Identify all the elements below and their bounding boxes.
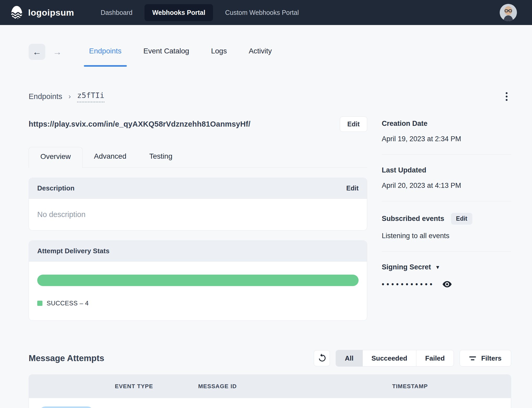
description-card: Description Edit No description: [29, 178, 367, 231]
tab-event-catalog[interactable]: Event Catalog: [133, 42, 200, 67]
tab-advanced[interactable]: Advanced: [83, 147, 138, 168]
chevron-down-icon[interactable]: ▾: [436, 264, 439, 271]
delivery-stats-title: Attempt Delivery Stats: [37, 247, 109, 255]
segment-all[interactable]: All: [336, 350, 362, 366]
chevron-right-icon: ›: [68, 92, 71, 101]
creation-date-value: April 19, 2023 at 2:34 PM: [382, 135, 511, 143]
edit-url-button[interactable]: Edit: [340, 116, 367, 132]
back-icon: ←: [33, 47, 41, 57]
success-swatch: [37, 301, 42, 306]
refresh-icon: [317, 354, 326, 363]
refresh-button[interactable]: [314, 350, 330, 366]
nav-link-custom-webhooks-portal[interactable]: Custom Webhooks Portal: [217, 4, 306, 21]
nav-link-webhooks-portal[interactable]: Webhooks Portal: [145, 4, 213, 21]
signing-secret-row: Signing Secret ▾: [382, 263, 511, 271]
divider: [382, 201, 511, 201]
navbar-links: Dashboard Webhooks Portal Custom Webhook…: [93, 4, 306, 21]
eye-icon[interactable]: [442, 279, 452, 289]
page-content: ← → Endpoints Event Catalog Logs Activit…: [0, 25, 532, 408]
table-row[interactable]: ✓ Succeeded invoice.created msg_2cJyg8l1…: [29, 398, 511, 408]
table-header-row: EVENT TYPE MESSAGE ID TIMESTAMP: [29, 375, 511, 398]
last-updated-value: April 20, 2023 at 4:13 PM: [382, 182, 511, 190]
creation-date-label: Creation Date: [382, 120, 511, 128]
logo-icon: [9, 5, 24, 20]
status-badge: ✓ Succeeded: [39, 406, 93, 408]
filters-button-label: Filters: [481, 354, 502, 362]
description-title: Description: [37, 184, 74, 192]
forward-icon: →: [53, 47, 62, 57]
status-filter-segmented: All Succeeded Failed: [336, 350, 454, 367]
edit-description-button[interactable]: Edit: [346, 184, 359, 192]
breadcrumb-endpoint-id[interactable]: z5fTIi: [77, 91, 104, 102]
attempts-toolbar: All Succeeded Failed Filters: [314, 350, 511, 367]
subscribed-events-value: Listening to all events: [382, 232, 511, 240]
description-card-header: Description Edit: [29, 178, 367, 199]
endpoint-main: https://play.svix.com/in/e_qyAXKQ58rVdzn…: [29, 116, 367, 321]
column-timestamp: TIMESTAMP: [392, 383, 480, 390]
tab-overview[interactable]: Overview: [29, 147, 83, 168]
tab-activity[interactable]: Activity: [238, 42, 283, 67]
message-attempts-header: Message Attempts All Succeeded Failed Fi…: [29, 350, 511, 367]
delivery-stats-card: Attempt Delivery Stats SUCCESS – 4: [29, 240, 367, 321]
portal-tab-bar: ← → Endpoints Event Catalog Logs Activit…: [29, 42, 511, 67]
description-text: No description: [37, 210, 85, 219]
tab-logs[interactable]: Logs: [200, 42, 238, 67]
endpoint-url-row: https://play.svix.com/in/e_qyAXKQ58rVdzn…: [29, 116, 367, 132]
breadcrumb: Endpoints › z5fTIi: [29, 90, 511, 103]
detail-tabs: Overview Advanced Testing: [29, 147, 367, 168]
column-message-id: MESSAGE ID: [198, 383, 392, 390]
nav-link-dashboard[interactable]: Dashboard: [93, 4, 140, 21]
message-attempts-title: Message Attempts: [29, 353, 104, 363]
endpoint-url: https://play.svix.com/in/e_qyAXKQ58rVdzn…: [29, 120, 251, 128]
endpoint-menu-kebab-icon[interactable]: [502, 90, 511, 103]
stats-legend: SUCCESS – 4: [37, 300, 359, 307]
top-navbar: logoipsum Dashboard Webhooks Portal Cust…: [0, 0, 532, 25]
signing-secret-value-row: •••••••••••: [382, 279, 511, 289]
message-attempts-table: EVENT TYPE MESSAGE ID TIMESTAMP ✓ Succee…: [29, 374, 511, 408]
divider: [382, 154, 511, 155]
logo-text: logoipsum: [28, 8, 74, 18]
signing-secret-masked: •••••••••••: [382, 280, 435, 288]
breadcrumb-endpoints-link[interactable]: Endpoints: [29, 92, 62, 101]
segment-failed[interactable]: Failed: [416, 350, 454, 366]
avatar[interactable]: [500, 4, 517, 21]
back-button[interactable]: ←: [29, 44, 45, 60]
description-body: No description: [29, 199, 367, 230]
segment-succeeded[interactable]: Succeeded: [363, 350, 416, 366]
subscribed-events-row: Subscribed events Edit: [382, 213, 511, 225]
success-bar: [37, 275, 359, 286]
filter-icon: [469, 356, 476, 360]
divider: [382, 251, 511, 252]
delivery-stats-header: Attempt Delivery Stats: [29, 241, 367, 262]
filters-button[interactable]: Filters: [460, 350, 511, 367]
portal-tabs: Endpoints Event Catalog Logs Activity: [78, 42, 283, 67]
column-event-type: EVENT TYPE: [115, 383, 198, 390]
edit-subscribed-events-button[interactable]: Edit: [451, 213, 472, 225]
logo[interactable]: logoipsum: [9, 5, 74, 20]
success-legend-label: SUCCESS – 4: [47, 300, 89, 307]
tab-endpoints[interactable]: Endpoints: [78, 42, 133, 67]
tab-testing[interactable]: Testing: [138, 147, 184, 168]
delivery-stats-body: SUCCESS – 4: [29, 262, 367, 320]
last-updated-label: Last Updated: [382, 166, 511, 174]
signing-secret-label: Signing Secret: [382, 263, 431, 271]
endpoint-sidebar: Creation Date April 19, 2023 at 2:34 PM …: [382, 116, 511, 289]
content-columns: https://play.svix.com/in/e_qyAXKQ58rVdzn…: [29, 116, 511, 321]
forward-button[interactable]: →: [49, 44, 66, 60]
row-kebab-icon[interactable]: [495, 407, 500, 408]
subscribed-events-label: Subscribed events: [382, 215, 444, 223]
